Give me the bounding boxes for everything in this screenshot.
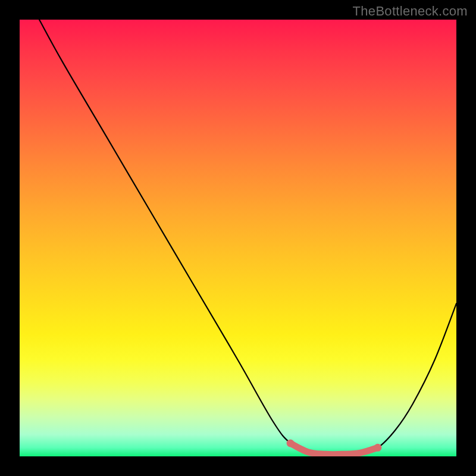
chart-container: TheBottleneck.com bbox=[0, 0, 476, 476]
curve-svg bbox=[20, 20, 456, 456]
highlight-dot-left bbox=[287, 439, 295, 447]
highlight-dot-right bbox=[374, 444, 381, 452]
watermark-text: TheBottleneck.com bbox=[353, 4, 468, 19]
highlight-segment bbox=[290, 443, 378, 455]
plot-area bbox=[20, 20, 456, 456]
bottleneck-curve bbox=[39, 20, 456, 455]
